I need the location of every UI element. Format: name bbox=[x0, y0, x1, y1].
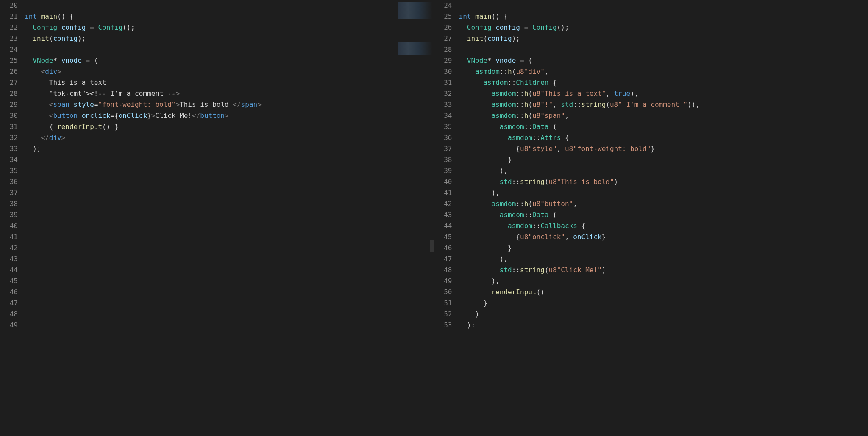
code-line[interactable]: asmdom::h(u8"button", bbox=[459, 198, 868, 210]
line-number: 51 bbox=[434, 298, 452, 309]
line-number: 38 bbox=[0, 198, 18, 210]
line-number: 24 bbox=[434, 0, 452, 11]
code-line[interactable]: ), bbox=[459, 276, 868, 287]
line-number: 20 bbox=[0, 0, 18, 11]
code-line[interactable] bbox=[25, 198, 434, 210]
code-line[interactable] bbox=[25, 165, 434, 176]
code-line[interactable]: } bbox=[459, 298, 868, 309]
code-line[interactable] bbox=[25, 154, 434, 165]
code-line[interactable]: ), bbox=[459, 187, 868, 198]
code-line[interactable] bbox=[25, 254, 434, 265]
line-number: 37 bbox=[0, 187, 18, 198]
code-line[interactable]: asmdom::h(u8"span", bbox=[459, 110, 868, 121]
line-number: 29 bbox=[434, 55, 452, 66]
code-line[interactable]: } bbox=[459, 243, 868, 254]
code-line[interactable]: <span style="font-weight: bold">This is … bbox=[25, 99, 434, 110]
line-number: 47 bbox=[0, 298, 18, 309]
line-number: 38 bbox=[434, 154, 452, 165]
line-number: 36 bbox=[434, 132, 452, 143]
code-line[interactable]: {u8"onclick", onClick} bbox=[459, 232, 868, 243]
code-line[interactable]: Config config = Config(); bbox=[25, 22, 434, 33]
code-line[interactable]: </div> bbox=[25, 132, 434, 143]
code-line[interactable] bbox=[25, 210, 434, 221]
line-number: 44 bbox=[434, 221, 452, 232]
code-line[interactable] bbox=[25, 232, 434, 243]
line-number: 28 bbox=[0, 88, 18, 99]
line-number: 39 bbox=[434, 165, 452, 176]
right-editor-pane: 2425262728293031323334353637383940414243… bbox=[434, 0, 868, 436]
code-line[interactable]: ), bbox=[459, 165, 868, 176]
code-line[interactable] bbox=[25, 320, 434, 331]
code-line[interactable]: ) bbox=[459, 309, 868, 320]
line-number: 29 bbox=[0, 99, 18, 110]
code-line[interactable]: VNode* vnode = ( bbox=[25, 55, 434, 66]
line-number: 39 bbox=[0, 210, 18, 221]
code-line[interactable]: asmdom::h(u8"!", std::string(u8" I'm a c… bbox=[459, 99, 868, 110]
line-number: 21 bbox=[0, 11, 18, 22]
line-number: 49 bbox=[0, 320, 18, 331]
code-line[interactable] bbox=[25, 243, 434, 254]
code-line[interactable] bbox=[25, 309, 434, 320]
left-minimap[interactable] bbox=[396, 0, 434, 436]
code-line[interactable]: int main() { bbox=[25, 11, 434, 22]
line-number: 33 bbox=[434, 99, 452, 110]
left-gutter: 2021222324252627282930313233343536373839… bbox=[0, 0, 25, 436]
code-line[interactable]: asmdom::h(u8"div", bbox=[459, 66, 868, 77]
code-line[interactable] bbox=[25, 176, 434, 187]
code-line[interactable]: std::string(u8"This is bold") bbox=[459, 176, 868, 187]
line-number: 25 bbox=[0, 55, 18, 66]
line-number: 36 bbox=[0, 176, 18, 187]
line-number: 53 bbox=[434, 320, 452, 331]
line-number: 30 bbox=[434, 66, 452, 77]
code-line[interactable]: ); bbox=[459, 320, 868, 331]
editor-split-view: 2021222324252627282930313233343536373839… bbox=[0, 0, 868, 436]
line-number: 27 bbox=[434, 33, 452, 44]
line-number: 48 bbox=[0, 309, 18, 320]
code-line[interactable]: init(config); bbox=[25, 33, 434, 44]
code-line[interactable]: int main() { bbox=[459, 11, 868, 22]
right-code-area[interactable]: int main() { Config config = Config(); i… bbox=[459, 0, 868, 436]
line-number: 43 bbox=[434, 210, 452, 221]
code-line[interactable] bbox=[459, 0, 868, 11]
line-number: 42 bbox=[0, 243, 18, 254]
code-line[interactable]: asmdom::Attrs { bbox=[459, 132, 868, 143]
code-line[interactable]: <div> bbox=[25, 66, 434, 77]
code-line[interactable]: asmdom::Data ( bbox=[459, 210, 868, 221]
line-number: 24 bbox=[0, 44, 18, 55]
code-line[interactable]: ); bbox=[25, 143, 434, 154]
code-line[interactable]: asmdom::Callbacks { bbox=[459, 221, 868, 232]
code-line[interactable]: asmdom::Data ( bbox=[459, 121, 868, 132]
code-line[interactable] bbox=[25, 265, 434, 276]
code-line[interactable]: } bbox=[459, 154, 868, 165]
code-line[interactable]: VNode* vnode = ( bbox=[459, 55, 868, 66]
code-line[interactable]: { renderInput() } bbox=[25, 121, 434, 132]
code-line[interactable] bbox=[25, 44, 434, 55]
code-line[interactable]: asmdom::h(u8"This is a text", true), bbox=[459, 88, 868, 99]
code-line[interactable]: Config config = Config(); bbox=[459, 22, 868, 33]
left-editor-pane: 2021222324252627282930313233343536373839… bbox=[0, 0, 434, 436]
left-code-area[interactable]: int main() { Config config = Config(); i… bbox=[25, 0, 434, 436]
left-scrollbar[interactable] bbox=[430, 240, 434, 252]
code-line[interactable] bbox=[25, 187, 434, 198]
code-line[interactable]: asmdom::Children { bbox=[459, 77, 868, 88]
line-number: 47 bbox=[434, 254, 452, 265]
code-line[interactable] bbox=[25, 298, 434, 309]
code-line[interactable]: renderInput() bbox=[459, 287, 868, 298]
line-number: 35 bbox=[0, 165, 18, 176]
code-line[interactable]: "tok-cmt"><!-- I'm a comment --> bbox=[25, 88, 434, 99]
code-line[interactable] bbox=[459, 44, 868, 55]
code-line[interactable] bbox=[25, 221, 434, 232]
code-line[interactable] bbox=[25, 287, 434, 298]
code-line[interactable]: ), bbox=[459, 254, 868, 265]
line-number: 26 bbox=[434, 22, 452, 33]
code-line[interactable]: {u8"style", u8"font-weight: bold"} bbox=[459, 143, 868, 154]
code-line[interactable]: <button onclick={onClick}>Click Me!</but… bbox=[25, 110, 434, 121]
line-number: 52 bbox=[434, 309, 452, 320]
line-number: 34 bbox=[434, 110, 452, 121]
code-line[interactable] bbox=[25, 0, 434, 11]
code-line[interactable] bbox=[25, 276, 434, 287]
code-line[interactable]: std::string(u8"Click Me!") bbox=[459, 265, 868, 276]
line-number: 48 bbox=[434, 265, 452, 276]
code-line[interactable]: This is a text bbox=[25, 77, 434, 88]
code-line[interactable]: init(config); bbox=[459, 33, 868, 44]
